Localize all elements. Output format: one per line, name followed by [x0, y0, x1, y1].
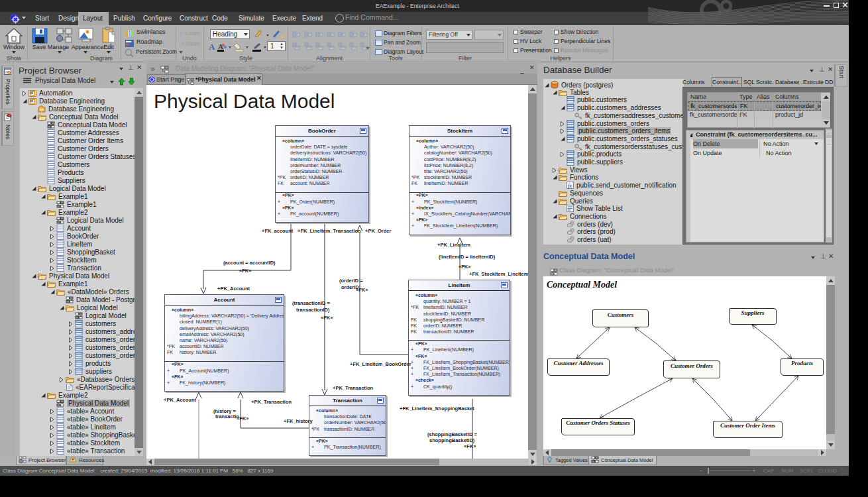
svg-text:A: A [209, 42, 215, 52]
svg-text:A: A [218, 42, 223, 50]
svg-text:fx: fx [568, 182, 572, 189]
